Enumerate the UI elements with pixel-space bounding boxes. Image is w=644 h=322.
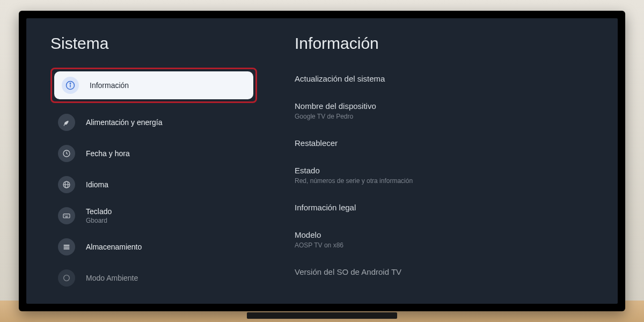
info-label: Información legal [295, 203, 594, 212]
nav-label: Modo Ambiente [86, 274, 138, 282]
info-label: Restablecer [295, 138, 594, 148]
svg-rect-7 [63, 214, 70, 218]
nav-label: Teclado [86, 207, 112, 216]
leaf-icon [58, 114, 75, 131]
info-sublabel: AOSP TV on x86 [295, 241, 594, 249]
info-icon [62, 77, 79, 94]
annotation-highlight: Información [50, 68, 257, 103]
nav-item-teclado[interactable]: Teclado Gboard [50, 202, 257, 230]
system-nav-list: Información Alimentación y energía [50, 68, 257, 292]
info-sublabel: Google TV de Pedro [295, 113, 594, 120]
globe-icon [58, 176, 75, 193]
tv-screen: Sistema Información [26, 18, 618, 304]
tv-frame: Sistema Información [19, 11, 625, 311]
tv-stand [247, 312, 397, 319]
info-label: Nombre del dispositivo [295, 101, 594, 111]
info-title: Información [295, 34, 594, 53]
nav-item-informacion[interactable]: Información [54, 71, 253, 99]
info-item-estado[interactable]: Estado Red, números de serie y otra info… [295, 159, 594, 191]
info-label: Actualización del sistema [295, 74, 594, 83]
info-sublabel: Red, números de serie y otra información [295, 177, 594, 185]
system-menu-panel: Sistema Información [50, 34, 279, 304]
system-title: Sistema [50, 34, 257, 53]
nav-item-energia[interactable]: Alimentación y energía [50, 108, 257, 136]
info-item-restablecer[interactable]: Restablecer [295, 132, 594, 154]
nav-item-almacenamiento[interactable]: Almacenamiento [50, 233, 257, 261]
svg-point-15 [64, 275, 70, 281]
nav-item-fecha[interactable]: Fecha y hora [50, 140, 257, 167]
nav-label: Idioma [86, 180, 108, 189]
svg-point-2 [70, 83, 71, 84]
svg-rect-13 [64, 246, 70, 247]
info-label: Estado [295, 166, 594, 175]
nav-label: Información [90, 81, 129, 90]
nav-label: Alimentación y energía [86, 118, 162, 127]
clock-icon [58, 145, 75, 162]
storage-icon [58, 238, 75, 255]
info-list: Actualización del sistema Nombre del dis… [295, 68, 594, 283]
nav-label: Fecha y hora [86, 149, 130, 158]
svg-rect-12 [64, 245, 70, 246]
info-label: Versión del SO de Android TV [295, 267, 594, 276]
svg-rect-14 [64, 248, 70, 250]
info-item-legal[interactable]: Información legal [295, 196, 594, 218]
nav-label: Almacenamiento [86, 243, 142, 251]
circle-icon [58, 269, 75, 287]
info-item-nombre[interactable]: Nombre del dispositivo Google TV de Pedr… [295, 95, 594, 127]
info-label: Modelo [295, 230, 594, 239]
nav-item-idioma[interactable]: Idioma [50, 171, 257, 199]
info-item-actualizacion[interactable]: Actualización del sistema [295, 68, 594, 90]
nav-item-ambiente[interactable]: Modo Ambiente [50, 264, 257, 292]
info-panel: Información Actualización del sistema No… [279, 34, 594, 304]
keyboard-icon [58, 207, 75, 224]
nav-sublabel: Gboard [86, 217, 112, 224]
info-item-version[interactable]: Versión del SO de Android TV [295, 261, 594, 283]
info-item-modelo[interactable]: Modelo AOSP TV on x86 [295, 224, 594, 255]
